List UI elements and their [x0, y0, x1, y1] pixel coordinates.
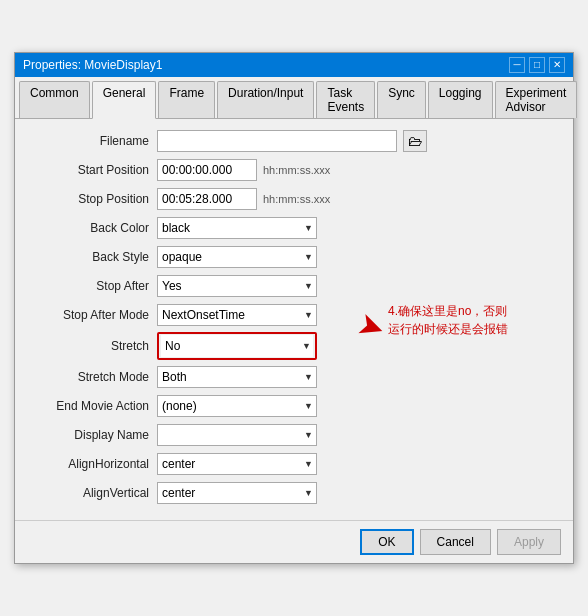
red-arrow-icon: ➤	[352, 308, 388, 347]
stop-after-mode-label: Stop After Mode	[27, 308, 157, 322]
stretch-select-wrapper: No ▼	[157, 332, 317, 360]
back-color-control: black ▼	[157, 217, 561, 239]
back-style-select-wrapper: opaque ▼	[157, 246, 317, 268]
back-color-select-wrapper: black ▼	[157, 217, 317, 239]
align-vertical-select-wrapper: center ▼	[157, 482, 317, 504]
filename-control: 🗁	[157, 130, 561, 152]
stop-after-select[interactable]: Yes	[157, 275, 317, 297]
apply-button[interactable]: Apply	[497, 529, 561, 555]
align-vertical-control: center ▼	[157, 482, 561, 504]
stop-after-mode-select-wrapper: NextOnsetTime ▼	[157, 304, 317, 326]
stretch-mode-row: Stretch Mode Both ▼	[27, 365, 561, 389]
align-horizontal-label: AlignHorizontal	[27, 457, 157, 471]
back-color-select[interactable]: black	[157, 217, 317, 239]
stretch-select[interactable]: No	[161, 335, 313, 357]
stop-after-select-wrapper: Yes ▼	[157, 275, 317, 297]
annotation: ➤ 4.确保这里是no，否则运行的时候还是会报错	[357, 302, 508, 344]
start-position-label: Start Position	[27, 163, 157, 177]
start-position-control: hh:mm:ss.xxx	[157, 159, 561, 181]
tab-general[interactable]: General	[92, 81, 157, 119]
align-vertical-label: AlignVertical	[27, 486, 157, 500]
tab-task-events[interactable]: Task Events	[316, 81, 375, 118]
start-position-input[interactable]	[157, 159, 257, 181]
align-horizontal-row: AlignHorizontal center ▼	[27, 452, 561, 476]
stop-position-control: hh:mm:ss.xxx	[157, 188, 561, 210]
cancel-button[interactable]: Cancel	[420, 529, 491, 555]
back-color-label: Back Color	[27, 221, 157, 235]
display-name-select[interactable]	[157, 424, 317, 446]
tab-bar: Common General Frame Duration/Input Task…	[15, 77, 573, 119]
window-title: Properties: MovieDisplay1	[23, 58, 162, 72]
title-bar: Properties: MovieDisplay1 ─ □ ✕	[15, 53, 573, 77]
display-name-label: Display Name	[27, 428, 157, 442]
stop-after-label: Stop After	[27, 279, 157, 293]
title-controls: ─ □ ✕	[509, 57, 565, 73]
filename-label: Filename	[27, 134, 157, 148]
stretch-label: Stretch	[27, 339, 157, 353]
back-style-control: opaque ▼	[157, 246, 561, 268]
stop-after-mode-select[interactable]: NextOnsetTime	[157, 304, 317, 326]
end-movie-action-control: (none) ▼	[157, 395, 561, 417]
back-style-row: Back Style opaque ▼	[27, 245, 561, 269]
back-style-select[interactable]: opaque	[157, 246, 317, 268]
start-position-hint: hh:mm:ss.xxx	[263, 164, 330, 176]
minimize-button[interactable]: ─	[509, 57, 525, 73]
stop-position-hint: hh:mm:ss.xxx	[263, 193, 330, 205]
filename-row: Filename 🗁	[27, 129, 561, 153]
back-color-row: Back Color black ▼	[27, 216, 561, 240]
stop-after-control: Yes ▼	[157, 275, 561, 297]
tab-sync[interactable]: Sync	[377, 81, 426, 118]
close-button[interactable]: ✕	[549, 57, 565, 73]
align-vertical-select[interactable]: center	[157, 482, 317, 504]
end-movie-action-select-wrapper: (none) ▼	[157, 395, 317, 417]
content-area: Filename 🗁 Start Position hh:mm:ss.xxx S…	[15, 119, 573, 520]
display-name-row: Display Name ▼	[27, 423, 561, 447]
start-position-row: Start Position hh:mm:ss.xxx	[27, 158, 561, 182]
stop-after-row: Stop After Yes ▼	[27, 274, 561, 298]
tab-frame[interactable]: Frame	[158, 81, 215, 118]
properties-window: Properties: MovieDisplay1 ─ □ ✕ Common G…	[14, 52, 574, 564]
ok-button[interactable]: OK	[360, 529, 413, 555]
tab-duration-input[interactable]: Duration/Input	[217, 81, 314, 118]
stop-position-label: Stop Position	[27, 192, 157, 206]
align-horizontal-select[interactable]: center	[157, 453, 317, 475]
back-style-label: Back Style	[27, 250, 157, 264]
stretch-mode-select[interactable]: Both	[157, 366, 317, 388]
tab-logging[interactable]: Logging	[428, 81, 493, 118]
tab-common[interactable]: Common	[19, 81, 90, 118]
stop-position-input[interactable]	[157, 188, 257, 210]
stretch-mode-control: Both ▼	[157, 366, 561, 388]
align-vertical-row: AlignVertical center ▼	[27, 481, 561, 505]
stretch-row: Stretch No ▼ ➤ 4.确保这里是no，否则运行的时候还是会报错	[27, 332, 561, 360]
annotation-text: 4.确保这里是no，否则运行的时候还是会报错	[388, 302, 508, 338]
align-horizontal-control: center ▼	[157, 453, 561, 475]
display-name-select-wrapper: ▼	[157, 424, 317, 446]
align-horizontal-select-wrapper: center ▼	[157, 453, 317, 475]
end-movie-action-select[interactable]: (none)	[157, 395, 317, 417]
stop-position-row: Stop Position hh:mm:ss.xxx	[27, 187, 561, 211]
filename-input[interactable]	[157, 130, 397, 152]
browse-button[interactable]: 🗁	[403, 130, 427, 152]
maximize-button[interactable]: □	[529, 57, 545, 73]
end-movie-action-row: End Movie Action (none) ▼	[27, 394, 561, 418]
footer: OK Cancel Apply	[15, 520, 573, 563]
display-name-control: ▼	[157, 424, 561, 446]
stretch-mode-select-wrapper: Both ▼	[157, 366, 317, 388]
end-movie-action-label: End Movie Action	[27, 399, 157, 413]
tab-experiment-advisor[interactable]: Experiment Advisor	[495, 81, 578, 118]
stretch-mode-label: Stretch Mode	[27, 370, 157, 384]
